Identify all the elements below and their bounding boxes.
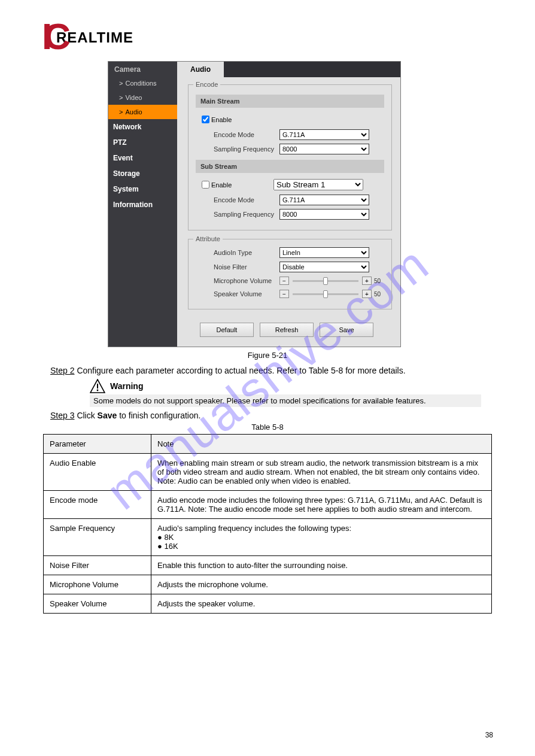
table-cell-param: Speaker Volume bbox=[44, 594, 151, 614]
table-cell-param: Microphone Volume bbox=[44, 575, 151, 594]
table-cell-param: Encode mode bbox=[44, 491, 151, 519]
sub-enable-label: Enable bbox=[211, 181, 257, 189]
svg-point-2 bbox=[97, 390, 99, 391]
sub-stream-header: Sub Stream bbox=[196, 160, 384, 173]
tab-audio[interactable]: Audio bbox=[177, 62, 224, 77]
sidebar-item-label: Conditions bbox=[125, 80, 156, 87]
default-button[interactable]: Default bbox=[200, 323, 254, 337]
attribute-fieldset: Attribute AudioIn Type LineIn Noise Filt… bbox=[188, 239, 392, 309]
audioin-label: AudioIn Type bbox=[214, 249, 279, 256]
figure-caption: Figure 5-21 bbox=[36, 351, 499, 360]
spk-volume-label: Speaker Volume bbox=[214, 290, 279, 297]
table-cell-note: Audio's sampling frequency includes the … bbox=[151, 519, 492, 556]
sub-encode-mode-label: Encode Mode bbox=[214, 196, 279, 204]
logo: IC REALTIME bbox=[42, 18, 499, 55]
sub-sampling-label: Sampling Frequency bbox=[214, 211, 279, 218]
warning-label: Warning bbox=[110, 381, 143, 391]
mic-plus-button[interactable]: + bbox=[362, 277, 372, 285]
save-button[interactable]: Save bbox=[320, 323, 373, 337]
encode-fieldset: Encode Main Stream Enable Encode Mode G.… bbox=[188, 84, 392, 230]
sidebar-item-label: Video bbox=[125, 94, 142, 101]
th-note: Note bbox=[151, 435, 492, 454]
table-cell-note: Enable this function to auto-filter the … bbox=[151, 556, 492, 575]
table-cell-param: Audio Enable bbox=[44, 454, 151, 491]
step3-body-b: to finish configuration. bbox=[117, 411, 200, 420]
chevron-icon: > bbox=[119, 80, 123, 87]
step3-save: Save bbox=[98, 411, 117, 420]
table-cell-note: Audio encode mode includes the following… bbox=[151, 491, 492, 519]
sub-stream-select[interactable]: Sub Stream 1 bbox=[273, 179, 363, 190]
refresh-button[interactable]: Refresh bbox=[260, 323, 314, 337]
warning-row: Warning bbox=[90, 379, 499, 393]
audio-settings-screenshot: Camera >Conditions >Video >Audio Network… bbox=[108, 61, 401, 347]
sidebar-item-video[interactable]: >Video bbox=[108, 90, 177, 105]
sidebar-item-audio[interactable]: >Audio bbox=[108, 105, 177, 119]
encode-legend: Encode bbox=[193, 81, 220, 88]
sidebar-item-conditions[interactable]: >Conditions bbox=[108, 76, 177, 90]
audioin-select[interactable]: LineIn bbox=[279, 247, 369, 258]
mic-minus-button[interactable]: − bbox=[279, 277, 289, 285]
sidebar-item-event[interactable]: Event bbox=[108, 150, 177, 166]
chevron-icon: > bbox=[119, 108, 123, 116]
chevron-icon: > bbox=[119, 94, 123, 101]
sub-encode-mode-select[interactable]: G.711A bbox=[279, 195, 369, 205]
noise-select[interactable]: Disable bbox=[279, 262, 369, 272]
spk-plus-button[interactable]: + bbox=[362, 290, 372, 298]
spk-slider[interactable] bbox=[293, 293, 358, 295]
spk-minus-button[interactable]: − bbox=[279, 290, 289, 298]
sub-sampling-select[interactable]: 8000 bbox=[279, 209, 369, 220]
step2-prefix: Step 2 bbox=[50, 366, 74, 375]
main-stream-header: Main Stream bbox=[196, 95, 384, 108]
warning-icon bbox=[90, 379, 105, 393]
table-cell-note: When enabling main stream or sub stream … bbox=[151, 454, 492, 491]
th-parameter: Parameter bbox=[44, 435, 151, 454]
mic-slider[interactable] bbox=[293, 280, 358, 282]
sidebar-item-ptz[interactable]: PTZ bbox=[108, 135, 177, 150]
sidebar-item-network[interactable]: Network bbox=[108, 119, 177, 135]
page-number: 38 bbox=[485, 731, 493, 739]
sampling-label: Sampling Frequency bbox=[214, 145, 279, 153]
sidebar-item-information[interactable]: Information bbox=[108, 197, 177, 212]
table-cell-note: Adjusts the speaker volume. bbox=[151, 594, 492, 614]
content-area: Audio Encode Main Stream Enable Encode M… bbox=[177, 62, 400, 347]
mic-volume-label: Microphone Volume bbox=[214, 277, 279, 284]
main-enable-label: Enable bbox=[211, 116, 232, 123]
table-cell-param: Noise Filter bbox=[44, 556, 151, 575]
tabbar: Audio bbox=[177, 62, 400, 77]
noise-label: Noise Filter bbox=[214, 263, 279, 271]
sidebar-item-label: Audio bbox=[125, 108, 142, 116]
step3-body-a: Click bbox=[77, 411, 97, 420]
main-encode-mode-select[interactable]: G.711A bbox=[279, 129, 369, 140]
step2-body: Configure each parameter according to ac… bbox=[77, 366, 405, 375]
sidebar: Camera >Conditions >Video >Audio Network… bbox=[108, 62, 177, 347]
sub-enable-checkbox[interactable] bbox=[202, 181, 209, 189]
step2: Step 2 Configure each parameter accordin… bbox=[50, 366, 499, 375]
warning-bar: Some models do not support speaker. Plea… bbox=[90, 394, 481, 407]
attribute-legend: Attribute bbox=[193, 235, 223, 242]
sidebar-group-camera: Camera bbox=[108, 62, 177, 76]
params-table: Parameter Note Audio EnableWhen enabling… bbox=[43, 434, 492, 614]
encode-mode-label: Encode Mode bbox=[214, 131, 279, 138]
table-cell-param: Sample Frequency bbox=[44, 519, 151, 556]
main-enable-checkbox[interactable] bbox=[202, 116, 209, 123]
table-caption: Table 5-8 bbox=[36, 423, 499, 432]
main-sampling-select[interactable]: 8000 bbox=[279, 144, 369, 154]
step3-prefix: Step 3 bbox=[50, 411, 74, 420]
logo-ic: IC bbox=[42, 18, 72, 55]
sidebar-item-system[interactable]: System bbox=[108, 181, 177, 197]
mic-value: 50 bbox=[374, 278, 381, 284]
spk-value: 50 bbox=[374, 291, 381, 297]
sidebar-item-storage[interactable]: Storage bbox=[108, 166, 177, 181]
table-cell-note: Adjusts the microphone volume. bbox=[151, 575, 492, 594]
step3: Step 3 Click Save to finish configuratio… bbox=[50, 411, 499, 420]
